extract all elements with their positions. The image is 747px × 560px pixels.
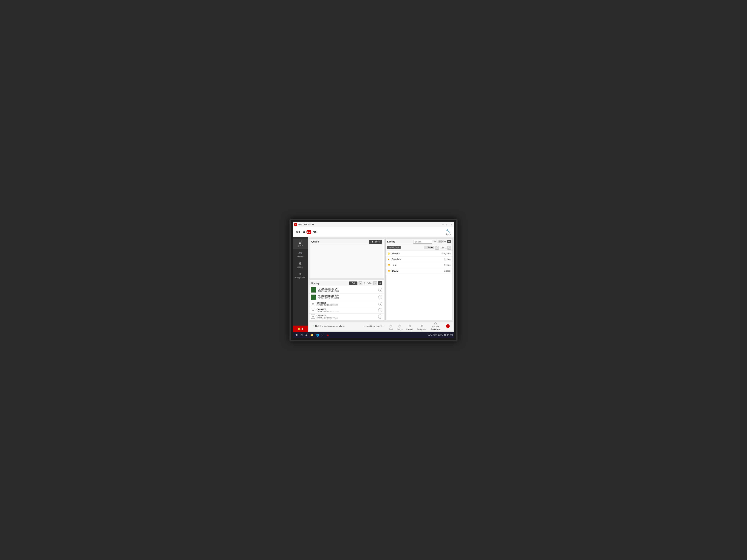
logo-icon: ▶◀ — [306, 230, 311, 234]
history-thumbnail — [311, 295, 316, 300]
library-title: Library — [387, 240, 412, 243]
monitor: M MTEX NS MULTI ─ □ ✕ MTEX ▶◀ NS 🔧 Rearm — [289, 219, 458, 341]
logo-text-mtex: MTEX — [296, 230, 305, 234]
feed-icon: ⏣ — [389, 324, 392, 328]
alert-badge[interactable]: 🔔 2 — [293, 325, 308, 332]
history-item-name: FD 250X250X500 EXT — [318, 288, 377, 290]
screen: M MTEX NS MULTI ─ □ ✕ MTEX ▶◀ NS 🔧 Rearm — [293, 222, 454, 338]
new-folder-label: + New folder — [389, 247, 399, 249]
folder-item-dsad[interactable]: 📂 DSAD 0 job(s) — [386, 268, 453, 274]
date-sort-button[interactable]: ↓ Date — [349, 282, 357, 285]
library-header: Library ☰ ⊞ Grid ⚙ — [386, 239, 453, 245]
history-item-info: CX039901 2023-02-17T09:35:40.000 — [316, 315, 377, 319]
folder-list: 📁 General 873 job(s) ★ Favorites 0 job(s… — [386, 251, 453, 320]
history-next-button[interactable]: › — [373, 281, 377, 285]
taskbar-app-icon[interactable]: 🖊 — [321, 333, 325, 337]
history-item-date: 2023-02-20T10:20:09.000 — [318, 297, 377, 299]
history-item[interactable]: FD 250X250X500 EXT 2023-02-20T10:20:09.0… — [309, 294, 384, 301]
history-item[interactable]: FD 250X250X500 EXT 2023-02-20T10:21:43.0… — [309, 286, 384, 294]
taskbar-search-icon[interactable]: ⊡ — [300, 333, 304, 337]
list-view-button[interactable]: ☰ — [433, 240, 437, 243]
pre-grit-icon: ⏣ — [398, 324, 401, 328]
history-item-info: CX039901 2023-02-17T09:39:59.000 — [316, 302, 377, 306]
taskbar-mtex-icon[interactable]: ▶ — [326, 333, 330, 337]
history-item-name: FD 250X250X500 EXT — [318, 295, 377, 297]
minimize-button[interactable]: ─ — [441, 223, 444, 226]
feed-label: Feed — [388, 328, 393, 330]
history-thumb-placeholder: ⊞ — [311, 302, 315, 306]
history-item[interactable]: ⊞ CX039901 2023-02-17T09:38:17.000 1 — [309, 307, 384, 314]
weather-text: 25°C Partly sunny — [428, 334, 443, 336]
history-thumb-placeholder: ⊞ — [311, 315, 315, 319]
history-page-info: 1 of 430 — [363, 282, 372, 284]
folder-item-favorites[interactable]: ★ Favorites 0 job(s) — [386, 257, 453, 262]
history-item-date: 2023-02-17T09:38:17.000 — [316, 311, 377, 313]
history-item-name: CX039901 — [316, 315, 377, 317]
close-button[interactable]: ✕ — [450, 223, 453, 226]
sidebar-item-controls[interactable]: 🎮 Controls — [293, 249, 308, 259]
taskbar-folder-icon[interactable]: 📁 — [309, 333, 314, 337]
history-thumb-placeholder: ⊞ — [311, 308, 315, 312]
new-folder-button[interactable]: + New folder — [387, 246, 401, 249]
history-item[interactable]: ⊞ CX039901 2023-02-17T09:39:59.000 1 — [309, 301, 384, 307]
sidebar-item-settings[interactable]: ⚙ Settings — [293, 260, 308, 270]
rearm-button[interactable]: 🔧 Rearm — [445, 229, 451, 235]
taskbar: ⊞ ⊡ ◉ 📁 🌐 🖊 ▶ 25°C Partly sunny 10:18 AM — [293, 332, 454, 338]
app-header: MTEX ▶◀ NS 🔧 Rearm — [293, 228, 454, 237]
alert-count: 2 — [302, 327, 303, 330]
content-area: Queue ⏸ Pause History — [308, 237, 454, 332]
window-controls: ─ □ ✕ — [441, 223, 453, 226]
folder-name: Test — [392, 264, 442, 266]
taskbar-chrome-icon[interactable]: ◉ — [304, 333, 309, 337]
library-settings-button[interactable]: ⚙ — [447, 240, 451, 243]
pause-button[interactable]: ⏸ Pause — [369, 240, 382, 244]
queue-panel: Queue ⏸ Pause — [309, 239, 384, 279]
sidebar-bottom: 🔔 2 — [293, 325, 308, 332]
left-column: Queue ⏸ Pause History — [309, 239, 384, 320]
status-check-icon: ✓ — [312, 325, 314, 328]
history-thumbnail — [311, 287, 316, 293]
library-view-icons: ☰ ⊞ Grid — [433, 240, 446, 243]
history-item-info: FD 250X250X500 EXT 2023-02-20T10:20:09.0… — [318, 295, 377, 299]
library-search-input[interactable] — [413, 240, 432, 244]
alert-icon: 🔔 — [298, 327, 301, 330]
history-item[interactable]: ⊞ CX039901 2023-02-17T09:35:40.000 1 — [309, 314, 384, 320]
start-button[interactable]: ⊞ — [294, 333, 299, 337]
rearm-icon: 🔧 — [446, 229, 450, 233]
info-icon[interactable]: i — [446, 324, 450, 328]
right-panels: Queue ⏸ Pause History — [309, 239, 453, 320]
grid-view-button[interactable]: ⊞ — [438, 240, 442, 243]
controls-icon: 🎮 — [298, 251, 302, 255]
history-settings-button[interactable]: ⚙ — [378, 281, 382, 285]
belt-item-pre-grit: ⏣ Pre-grit — [396, 324, 403, 330]
name-sort-label: ← Name — [426, 247, 433, 249]
history-panel: History ↓ Date ‹ 1 of 430 › ⚙ — [309, 280, 384, 320]
folder-name: General — [392, 252, 440, 255]
sidebar-queue-label: Queue — [298, 245, 303, 247]
taskbar-browser-icon[interactable]: 🌐 — [315, 333, 320, 337]
name-sort-button[interactable]: ← Name — [424, 246, 434, 249]
settings-icon: ⚙ — [299, 262, 302, 266]
history-item-info: FD 250X250X500 EXT 2023-02-20T10:21:43.0… — [318, 288, 377, 292]
date-sort-icon: ↓ — [351, 282, 352, 284]
post-platten-label: Post-platten — [417, 328, 427, 330]
queue-header: Queue ⏸ Pause — [309, 239, 384, 245]
history-prev-button[interactable]: ‹ — [359, 281, 362, 285]
history-list: FD 250X250X500 EXT 2023-02-20T10:21:43.0… — [309, 286, 384, 320]
folder-name: Favorites — [391, 258, 442, 261]
title-bar: M MTEX NS MULTI ─ □ ✕ — [293, 222, 454, 228]
sidebar-item-queue[interactable]: 🖨 Queue — [293, 239, 308, 249]
folder-item-general[interactable]: 📁 General 873 job(s) — [386, 251, 453, 257]
sidebar-item-configuration[interactable]: ≡ Configuration — [293, 270, 308, 281]
history-header: History ↓ Date ‹ 1 of 430 › ⚙ — [309, 281, 384, 286]
logo-text-ns: NS — [313, 230, 317, 234]
folder-item-test[interactable]: 📂 Test 0 job(s) — [386, 262, 453, 268]
maximize-button[interactable]: □ — [445, 223, 448, 226]
library-prev-button[interactable]: ‹ — [435, 246, 439, 249]
history-title: History — [311, 282, 348, 285]
library-next-button[interactable]: › — [447, 246, 451, 249]
history-item-count: 1 — [378, 295, 382, 299]
head-target-text: Head target position: — [366, 325, 385, 327]
history-item-count: 1 — [378, 302, 382, 306]
sidebar: 🖨 Queue 🎮 Controls ⚙ Settings ≡ Configur… — [293, 237, 308, 332]
